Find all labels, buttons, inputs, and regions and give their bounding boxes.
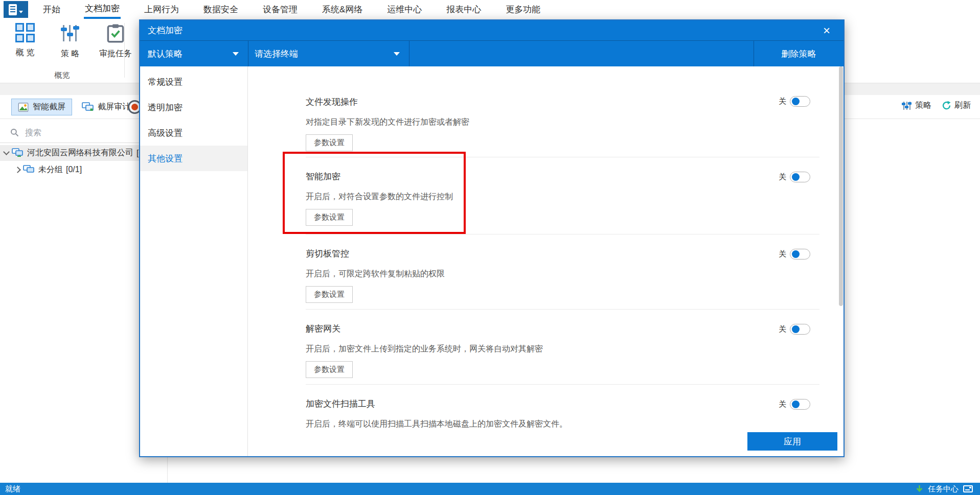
menu-tab-device-mgmt[interactable]: 设备管理 bbox=[262, 0, 299, 19]
scrollbar-thumb[interactable] bbox=[839, 66, 843, 306]
menu-tab-web-behavior[interactable]: 上网行为 bbox=[143, 0, 180, 19]
dialog-title-bar: 文档加密 × bbox=[140, 20, 844, 41]
search-icon bbox=[10, 128, 19, 137]
dialog-body: 常规设置 透明加密 高级设置 其他设置 文件发现操作 对指定目录下新发现的文件进… bbox=[140, 66, 844, 456]
section-smart-encrypt: 智能加密 开启后，对符合设置参数的文件进行控制 参数设置 关 bbox=[248, 157, 844, 234]
screens-icon bbox=[82, 102, 94, 112]
apply-button[interactable]: 应用 bbox=[747, 432, 837, 451]
ribbon-group-label: 概览 bbox=[0, 70, 124, 80]
menu-tab-report-center[interactable]: 报表中心 bbox=[445, 0, 482, 19]
toggle-switch-off[interactable] bbox=[790, 324, 810, 335]
clipboard-check-icon bbox=[106, 23, 125, 43]
toggle-group: 关 bbox=[779, 96, 810, 107]
close-icon[interactable]: × bbox=[823, 25, 830, 37]
chevron-right-icon[interactable] bbox=[14, 167, 21, 173]
param-settings-button[interactable]: 参数设置 bbox=[306, 361, 353, 378]
terminal-select-dropdown[interactable]: 请选择终端 bbox=[248, 41, 409, 66]
param-settings-button[interactable]: 参数设置 bbox=[306, 209, 353, 226]
chevron-down-icon bbox=[19, 11, 23, 13]
toggle-switch-off[interactable] bbox=[790, 96, 810, 107]
policy-tool-button[interactable]: 策略 bbox=[902, 100, 931, 111]
menu-tab-system-network[interactable]: 系统&网络 bbox=[321, 0, 363, 19]
status-bar: 就绪 任务中心 bbox=[0, 483, 980, 495]
nav-item-general[interactable]: 常规设置 bbox=[140, 69, 247, 95]
document-icon bbox=[9, 4, 17, 15]
menu-tab-more[interactable]: 更多功能 bbox=[505, 0, 541, 19]
policy-select-dropdown[interactable]: 默认策略 bbox=[140, 41, 248, 66]
dialog-content: 文件发现操作 对指定目录下新发现的文件进行加密或者解密 参数设置 关 智能加密 … bbox=[248, 66, 844, 456]
console-icon[interactable] bbox=[963, 485, 973, 492]
task-center-button[interactable]: 任务中心 bbox=[928, 484, 959, 494]
sliders-icon bbox=[902, 101, 912, 111]
menu-tab-ops-center[interactable]: 运维中心 bbox=[386, 0, 423, 19]
toggle-group: 关 bbox=[779, 249, 810, 260]
menu-items: 开始 文档加密 上网行为 数据安全 设备管理 系统&网络 运维中心 报表中心 更… bbox=[42, 0, 541, 19]
dialog-nav: 常规设置 透明加密 高级设置 其他设置 bbox=[140, 66, 248, 456]
sliders-icon bbox=[60, 23, 80, 43]
toggle-group: 关 bbox=[779, 172, 810, 182]
tree-child-count: [0/1] bbox=[66, 165, 82, 174]
refresh-button[interactable]: 刷新 bbox=[942, 100, 971, 111]
section-clipboard-control: 剪切板管控 开启后，可限定跨软件复制粘贴的权限 参数设置 关 bbox=[248, 234, 844, 310]
nav-item-other[interactable]: 其他设置 bbox=[140, 146, 247, 171]
refresh-icon bbox=[942, 101, 951, 110]
policy-button[interactable]: 策 略 bbox=[54, 23, 86, 59]
param-settings-button[interactable]: 参数设置 bbox=[306, 286, 353, 303]
menu-tab-start[interactable]: 开始 bbox=[42, 0, 61, 19]
nav-item-transparent[interactable]: 透明加密 bbox=[140, 95, 247, 120]
download-arrow-icon bbox=[916, 485, 923, 493]
status-right: 任务中心 bbox=[916, 484, 973, 494]
toggle-group: 关 bbox=[779, 399, 810, 410]
picture-icon bbox=[18, 103, 29, 112]
status-ready: 就绪 bbox=[5, 484, 20, 494]
dialog-toolbar: 默认策略 请选择终端 删除策略 bbox=[140, 41, 844, 66]
capture-audit-button[interactable]: 截屏审计 bbox=[78, 99, 134, 115]
search-input[interactable] bbox=[25, 128, 138, 137]
chevron-down-icon bbox=[394, 52, 400, 56]
delete-policy-button[interactable]: 删除策略 bbox=[754, 41, 844, 66]
dialog-title: 文档加密 bbox=[148, 25, 183, 36]
nav-item-advanced[interactable]: 高级设置 bbox=[140, 120, 247, 146]
section-decrypt-gateway: 解密网关 开启后，加密文件上传到指定的业务系统时，网关将自动对其解密 参数设置 … bbox=[248, 310, 844, 385]
right-toolbar: 策略 刷新 bbox=[902, 100, 971, 111]
tree-root-label: 河北安固云网络科技有限公司 bbox=[27, 148, 133, 158]
chevron-down-icon bbox=[233, 52, 239, 56]
toggle-group: 关 bbox=[779, 324, 810, 335]
overview-button[interactable]: 概 览 bbox=[9, 23, 41, 59]
param-settings-button[interactable]: 参数设置 bbox=[306, 134, 353, 151]
application-window: 开始 文档加密 上网行为 数据安全 设备管理 系统&网络 运维中心 报表中心 更… bbox=[0, 0, 980, 495]
chevron-down-icon[interactable] bbox=[3, 149, 10, 155]
doc-encrypt-dialog: 文档加密 × 默认策略 请选择终端 删除策略 常规设置 透明加密 高级设置 其他… bbox=[139, 19, 845, 457]
tree-child-label: 未分组 bbox=[38, 164, 63, 175]
approval-tasks-button[interactable]: 审批任务 bbox=[99, 23, 132, 59]
toggle-switch-off[interactable] bbox=[790, 249, 810, 260]
group-icon bbox=[23, 165, 35, 174]
menu-bar: 开始 文档加密 上网行为 数据安全 设备管理 系统&网络 运维中心 报表中心 更… bbox=[0, 0, 980, 19]
menu-tab-data-security[interactable]: 数据安全 bbox=[202, 0, 239, 19]
app-menu-button[interactable] bbox=[4, 1, 28, 18]
section-file-discovery: 文件发现操作 对指定目录下新发现的文件进行加密或者解密 参数设置 关 bbox=[248, 66, 844, 157]
toggle-switch-off[interactable] bbox=[790, 399, 810, 410]
toggle-switch-off[interactable] bbox=[790, 172, 810, 182]
smart-capture-button[interactable]: 智能截屏 bbox=[11, 99, 72, 115]
company-network-icon bbox=[12, 148, 24, 158]
ribbon-group-divider bbox=[124, 23, 125, 78]
grid-icon bbox=[15, 23, 35, 42]
menu-tab-doc-encrypt[interactable]: 文档加密 bbox=[84, 0, 121, 19]
